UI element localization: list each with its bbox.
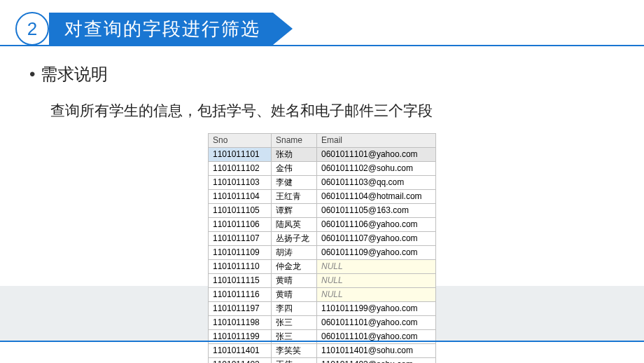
cell-email: NULL <box>317 288 436 302</box>
table-row: 1101011197李四1101011199@yahoo.com <box>209 302 436 316</box>
cell-email: NULL <box>317 260 436 274</box>
cell-email: 0601011102@sohu.com <box>317 162 436 176</box>
table-row: 1101011198张三0601011101@yahoo.com <box>209 316 436 330</box>
table-row: 1101011116黄晴NULL <box>209 288 436 302</box>
table-row: 1101011104王红青0601011104@hotmail.com <box>209 190 436 204</box>
table-body: 1101011101张劲0601011101@yahoo.com11010111… <box>209 148 436 364</box>
cell-email: 1101011402@sohu.com <box>317 358 436 364</box>
cell-email: 0601011105@163.com <box>317 204 436 218</box>
bullet-text: 需求说明 <box>41 63 108 85</box>
bullet-dot: • <box>29 64 35 84</box>
cell-sno: 1101011101 <box>209 148 272 162</box>
table-header-row: Sno Sname Email <box>209 134 436 148</box>
cell-sno: 1101011198 <box>209 316 272 330</box>
cell-sname: 李四 <box>272 302 317 316</box>
cell-sno: 1101011402 <box>209 358 272 364</box>
cell-email: 0601011106@yahoo.com <box>317 218 436 232</box>
cell-sname: 谭辉 <box>272 204 317 218</box>
table-row: 1101011115黄晴NULL <box>209 274 436 288</box>
slide-content: • 需求说明 查询所有学生的信息，包括学号、姓名和电子邮件三个字段 Sno Sn… <box>29 63 615 363</box>
cell-sname: 仲金龙 <box>272 260 317 274</box>
cell-email: 0601011107@yahoo.com <box>317 232 436 246</box>
cell-sname: 金伟 <box>272 162 317 176</box>
cell-sno: 1101011115 <box>209 274 272 288</box>
header-number: 2 <box>27 18 37 40</box>
cell-email: NULL <box>317 274 436 288</box>
table-row: 1101011105谭辉0601011105@163.com <box>209 204 436 218</box>
cell-sname: 张劲 <box>272 148 317 162</box>
cell-sno: 1101011106 <box>209 218 272 232</box>
cell-sname: 李健 <box>272 176 317 190</box>
cell-sno: 1101011110 <box>209 260 272 274</box>
cell-sno: 1101011107 <box>209 232 272 246</box>
header-number-circle: 2 <box>15 12 49 46</box>
cell-sno: 1101011103 <box>209 176 272 190</box>
cell-sname: 王伟 <box>272 358 317 364</box>
bottom-line <box>0 341 644 342</box>
cell-sno: 1101011109 <box>209 246 272 260</box>
table-row: 1101011110仲金龙NULL <box>209 260 436 274</box>
cell-sno: 1101011105 <box>209 204 272 218</box>
slide-header: 2 对查询的字段进行筛选 <box>0 0 644 41</box>
description-text: 查询所有学生的信息，包括学号、姓名和电子邮件三个字段 <box>50 101 615 121</box>
cell-sname: 李笑笑 <box>272 344 317 358</box>
cell-email: 0601011103@qq.com <box>317 176 436 190</box>
cell-email: 0601011101@yahoo.com <box>317 316 436 330</box>
cell-sname: 张三 <box>272 316 317 330</box>
table-row: 1101011101张劲0601011101@yahoo.com <box>209 148 436 162</box>
table-row: 1101011402王伟1101011402@sohu.com <box>209 358 436 364</box>
header-underline <box>0 45 644 46</box>
cell-sno: 1101011401 <box>209 344 272 358</box>
table-header-email: Email <box>317 134 436 148</box>
table-row: 1101011103李健0601011103@qq.com <box>209 176 436 190</box>
cell-email: 1101011401@sohu.com <box>317 344 436 358</box>
cell-email: 1101011199@yahoo.com <box>317 302 436 316</box>
cell-sname: 王红青 <box>272 190 317 204</box>
header-title-bar: 对查询的字段进行筛选 <box>49 13 293 45</box>
table-header: Sno Sname Email <box>209 134 436 148</box>
cell-email: 0601011101@yahoo.com <box>317 148 436 162</box>
table-row: 1101011107丛扬子龙0601011107@yahoo.com <box>209 232 436 246</box>
table-row: 1101011106陆凤英0601011106@yahoo.com <box>209 218 436 232</box>
cell-email: 0601011104@hotmail.com <box>317 190 436 204</box>
table-header-sno: Sno <box>209 134 272 148</box>
cell-sname: 黄晴 <box>272 274 317 288</box>
cell-sno: 1101011102 <box>209 162 272 176</box>
cell-sno: 1101011104 <box>209 190 272 204</box>
student-table: Sno Sname Email 1101011101张劲0601011101@y… <box>208 133 436 363</box>
header-title-arrow <box>273 13 293 45</box>
cell-email: 0601011109@yahoo.com <box>317 246 436 260</box>
cell-sname: 丛扬子龙 <box>272 232 317 246</box>
table-row: 1101011109胡涛0601011109@yahoo.com <box>209 246 436 260</box>
table-header-sname: Sname <box>272 134 317 148</box>
header-title: 对查询的字段进行筛选 <box>49 13 273 45</box>
table-row: 1101011102金伟0601011102@sohu.com <box>209 162 436 176</box>
table-row: 1101011401李笑笑1101011401@sohu.com <box>209 344 436 358</box>
bullet-row: • 需求说明 <box>29 63 615 85</box>
cell-sno: 1101011116 <box>209 288 272 302</box>
cell-sno: 1101011197 <box>209 302 272 316</box>
cell-sname: 胡涛 <box>272 246 317 260</box>
table-wrapper: Sno Sname Email 1101011101张劲0601011101@y… <box>29 133 615 363</box>
cell-sname: 黄晴 <box>272 288 317 302</box>
cell-sname: 陆凤英 <box>272 218 317 232</box>
